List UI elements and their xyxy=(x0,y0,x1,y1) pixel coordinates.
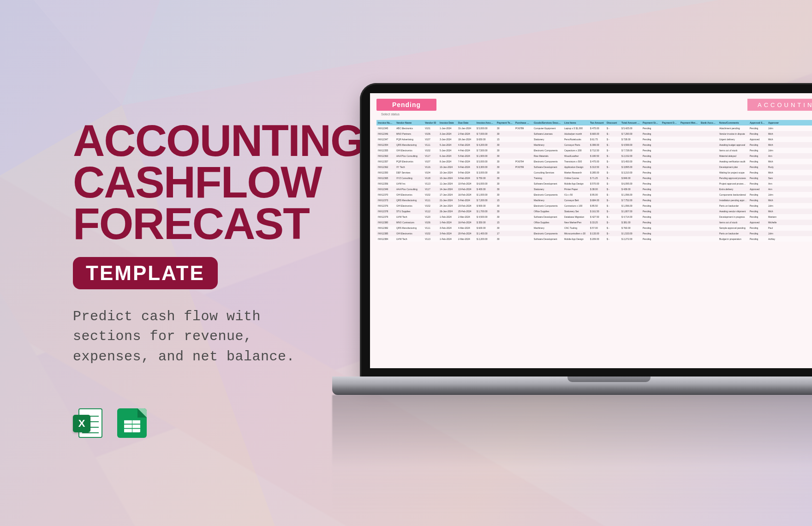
cell: 2-Mar-2024 xyxy=(457,236,475,242)
cell xyxy=(679,181,699,186)
col-header: Discount xyxy=(605,120,620,126)
cell: Electronic Components xyxy=(532,148,563,153)
cell: 30 xyxy=(496,214,514,220)
hero-panel: ACCOUNTING CASHFLOW FORECAST TEMPLATE Pr… xyxy=(73,120,364,367)
cell: V102 xyxy=(424,192,438,197)
cell: Conveyor Parts xyxy=(563,142,589,148)
cell: Pending xyxy=(748,164,767,170)
cell: 4-Feb-2024 xyxy=(457,148,475,153)
cell xyxy=(514,231,532,236)
cell: Pending xyxy=(748,153,767,159)
cell xyxy=(679,126,699,131)
cell: V117 xyxy=(424,186,438,192)
cell: $ - xyxy=(605,192,620,197)
cell: STU Supplies xyxy=(395,209,424,214)
cell: 7-Feb-2024 xyxy=(457,159,475,164)
cell: 3-Feb-2024 xyxy=(438,225,457,231)
cell: 30 xyxy=(496,142,514,148)
cell: V111 xyxy=(424,225,438,231)
cell: Mich xyxy=(767,159,782,164)
cell: 3-Jan-2024 xyxy=(438,137,457,142)
cell xyxy=(514,186,532,192)
cell: Awaiting budget approval xyxy=(718,142,748,148)
cell xyxy=(514,170,532,175)
cell: 24-Jan-2024 xyxy=(438,203,457,209)
title-line-3: FORECAST xyxy=(73,203,364,245)
cell: Pending xyxy=(641,164,661,170)
cell: 30 xyxy=(496,170,514,175)
cell: V118 xyxy=(424,175,438,181)
cell: Laptop x 5 $1,000 xyxy=(563,126,589,131)
cell xyxy=(699,137,718,142)
cell: Mich xyxy=(767,197,782,203)
cell: Office Supplies xyxy=(532,209,563,214)
cell: Pending xyxy=(641,231,661,236)
cell: $ 1,096.00 xyxy=(620,192,641,197)
cell: INV12347 xyxy=(376,137,395,142)
cell: CNC Tooling xyxy=(563,225,589,231)
cell: Pending xyxy=(748,203,767,209)
table-body: INV12345ABC ElectronicsV1011-Jan-202431-… xyxy=(376,126,812,242)
cell xyxy=(679,153,699,159)
cell: UVW Inc xyxy=(395,181,424,186)
cell: 10-Jan-2024 xyxy=(438,164,457,170)
cell: $ 475.00 xyxy=(589,126,605,131)
cell xyxy=(679,209,699,214)
cell: QRS Manufacturing xyxy=(395,225,424,231)
cell: 5-Feb-2024 xyxy=(457,197,475,203)
cell: GHI Electronics xyxy=(395,192,424,197)
cell: V116 xyxy=(424,164,438,170)
cell: V102 xyxy=(424,148,438,153)
cell xyxy=(699,126,718,131)
cell xyxy=(699,197,718,203)
cell xyxy=(679,164,699,170)
cell: Pending xyxy=(748,170,767,175)
cell xyxy=(514,142,532,148)
cell xyxy=(699,192,718,197)
cell: Material delayed xyxy=(718,153,748,159)
cell xyxy=(514,209,532,214)
cell: Urgent delivery xyxy=(718,137,748,142)
cell: Machinery xyxy=(532,225,563,231)
cell xyxy=(679,231,699,236)
table-row: INV12347PQR AdvertisingV1073-Jan-202418-… xyxy=(376,137,812,142)
cell: Paul xyxy=(767,225,782,231)
cell: Sample approval pending xyxy=(718,225,748,231)
cell: Application Design xyxy=(563,164,589,170)
cell: 9-Feb-2024 xyxy=(457,175,475,181)
cell: $ 71.25 xyxy=(589,175,605,181)
cell: Development plan xyxy=(718,164,748,170)
cell: Consulting Services xyxy=(532,170,563,175)
cell: Mich xyxy=(767,209,782,214)
cell: $ - xyxy=(605,159,620,164)
cell: Extra delivery xyxy=(718,186,748,192)
cell: Stationery xyxy=(532,186,563,192)
excel-x-badge: X xyxy=(73,415,90,432)
cell: 30 xyxy=(496,159,514,164)
cell: V106 xyxy=(424,131,438,137)
cell: $ 95.00 xyxy=(589,192,605,197)
cell: $ - xyxy=(605,225,620,231)
cell: Awaiting verification audit xyxy=(718,159,748,164)
sheets-grid-icon xyxy=(124,419,140,432)
cell: $ - xyxy=(605,175,620,181)
cell: Training xyxy=(532,175,563,181)
table-row: INV12350DEF ServicesV10410-Jan-20249-Feb… xyxy=(376,170,812,175)
cell: Pending xyxy=(748,197,767,203)
cell: 21-Jan-2024 xyxy=(438,197,457,203)
cell: $ - xyxy=(605,170,620,175)
cell: 4-Mar-2024 xyxy=(457,225,475,231)
cell: V101 xyxy=(424,126,438,131)
cell: Ann xyxy=(767,181,782,186)
cell: Wood/Leather xyxy=(563,153,589,159)
cell: V107 xyxy=(424,137,438,142)
cell: PO6794 xyxy=(514,159,532,164)
cell xyxy=(679,137,699,142)
cell: $ - xyxy=(605,131,620,137)
cell: 5-Jan-2024 xyxy=(438,142,457,148)
cell: V120 xyxy=(424,214,438,220)
cell xyxy=(661,197,679,203)
cell: New Marker/Pen xyxy=(563,220,589,225)
cell: AAA Plus Consulting xyxy=(395,153,424,159)
cell xyxy=(661,148,679,153)
